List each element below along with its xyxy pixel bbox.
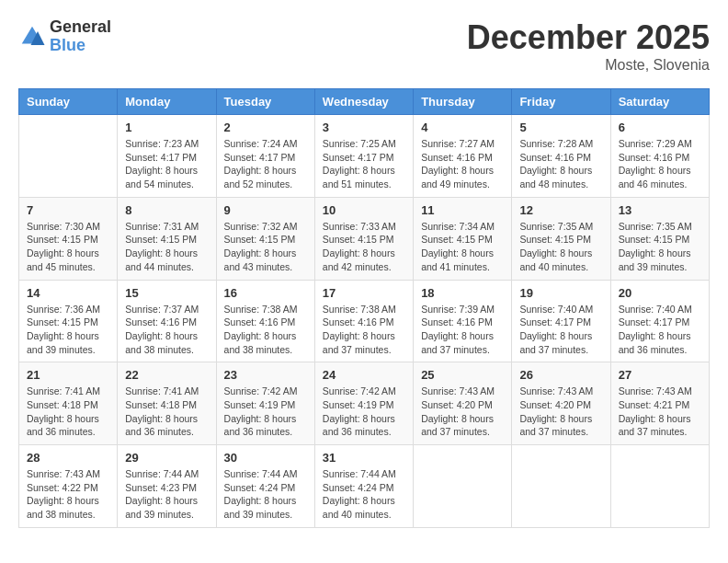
day-info: Sunrise: 7:35 AM Sunset: 4:15 PM Dayligh… bbox=[619, 220, 701, 274]
day-info: Sunrise: 7:32 AM Sunset: 4:15 PM Dayligh… bbox=[224, 220, 307, 274]
day-info: Sunrise: 7:44 AM Sunset: 4:24 PM Dayligh… bbox=[323, 467, 405, 522]
day-number: 21 bbox=[27, 368, 109, 382]
calendar-cell: 18Sunrise: 7:39 AM Sunset: 4:16 PM Dayli… bbox=[414, 280, 512, 362]
day-info: Sunrise: 7:41 AM Sunset: 4:18 PM Dayligh… bbox=[125, 385, 208, 439]
calendar-cell: 20Sunrise: 7:40 AM Sunset: 4:17 PM Dayli… bbox=[610, 280, 709, 362]
calendar-cell: 1Sunrise: 7:23 AM Sunset: 4:17 PM Daylig… bbox=[118, 115, 216, 198]
day-number: 24 bbox=[323, 368, 405, 382]
day-number: 20 bbox=[619, 286, 701, 300]
calendar-day-header: Friday bbox=[512, 89, 610, 115]
day-info: Sunrise: 7:36 AM Sunset: 4:15 PM Dayligh… bbox=[27, 303, 109, 357]
day-info: Sunrise: 7:33 AM Sunset: 4:15 PM Dayligh… bbox=[323, 220, 405, 274]
calendar-header: SundayMondayTuesdayWednesdayThursdayFrid… bbox=[19, 89, 710, 115]
day-number: 25 bbox=[421, 368, 504, 382]
calendar-cell: 10Sunrise: 7:33 AM Sunset: 4:15 PM Dayli… bbox=[314, 197, 413, 280]
calendar-week-row: 28Sunrise: 7:43 AM Sunset: 4:22 PM Dayli… bbox=[19, 445, 710, 528]
day-number: 3 bbox=[323, 121, 405, 134]
day-number: 30 bbox=[224, 451, 307, 465]
day-number: 28 bbox=[27, 451, 109, 465]
day-number: 5 bbox=[519, 121, 602, 134]
day-info: Sunrise: 7:38 AM Sunset: 4:16 PM Dayligh… bbox=[224, 303, 307, 357]
day-info: Sunrise: 7:31 AM Sunset: 4:15 PM Dayligh… bbox=[125, 220, 208, 274]
calendar-cell: 8Sunrise: 7:31 AM Sunset: 4:15 PM Daylig… bbox=[118, 197, 216, 280]
day-number: 19 bbox=[519, 286, 602, 300]
calendar-day-header: Monday bbox=[118, 89, 216, 115]
day-info: Sunrise: 7:42 AM Sunset: 4:19 PM Dayligh… bbox=[323, 385, 405, 439]
day-number: 7 bbox=[27, 203, 109, 217]
calendar-day-header: Sunday bbox=[19, 89, 118, 115]
day-number: 22 bbox=[125, 368, 208, 382]
day-number: 16 bbox=[224, 286, 307, 300]
day-info: Sunrise: 7:40 AM Sunset: 4:17 PM Dayligh… bbox=[619, 303, 701, 357]
logo-icon bbox=[18, 23, 46, 51]
calendar-cell: 11Sunrise: 7:34 AM Sunset: 4:15 PM Dayli… bbox=[414, 197, 512, 280]
day-info: Sunrise: 7:41 AM Sunset: 4:18 PM Dayligh… bbox=[27, 385, 109, 439]
calendar-cell bbox=[512, 445, 610, 528]
day-number: 29 bbox=[125, 451, 208, 465]
calendar-cell: 31Sunrise: 7:44 AM Sunset: 4:24 PM Dayli… bbox=[314, 445, 413, 528]
calendar-cell: 30Sunrise: 7:44 AM Sunset: 4:24 PM Dayli… bbox=[216, 445, 314, 528]
day-number: 13 bbox=[619, 203, 701, 217]
day-number: 1 bbox=[125, 121, 208, 134]
day-info: Sunrise: 7:29 AM Sunset: 4:16 PM Dayligh… bbox=[619, 137, 701, 191]
day-number: 15 bbox=[125, 286, 208, 300]
calendar-cell: 17Sunrise: 7:38 AM Sunset: 4:16 PM Dayli… bbox=[314, 280, 413, 362]
day-info: Sunrise: 7:44 AM Sunset: 4:24 PM Dayligh… bbox=[224, 467, 307, 522]
calendar-week-row: 21Sunrise: 7:41 AM Sunset: 4:18 PM Dayli… bbox=[19, 362, 710, 445]
day-info: Sunrise: 7:30 AM Sunset: 4:15 PM Dayligh… bbox=[27, 220, 109, 274]
day-info: Sunrise: 7:25 AM Sunset: 4:17 PM Dayligh… bbox=[323, 137, 405, 191]
day-info: Sunrise: 7:27 AM Sunset: 4:16 PM Dayligh… bbox=[421, 137, 504, 191]
day-number: 31 bbox=[323, 451, 405, 465]
day-number: 12 bbox=[519, 203, 602, 217]
day-info: Sunrise: 7:37 AM Sunset: 4:16 PM Dayligh… bbox=[125, 303, 208, 357]
day-info: Sunrise: 7:40 AM Sunset: 4:17 PM Dayligh… bbox=[519, 303, 602, 357]
calendar-day-header: Saturday bbox=[610, 89, 709, 115]
day-number: 23 bbox=[224, 368, 307, 382]
day-info: Sunrise: 7:24 AM Sunset: 4:17 PM Dayligh… bbox=[224, 137, 307, 191]
calendar-week-row: 1Sunrise: 7:23 AM Sunset: 4:17 PM Daylig… bbox=[19, 115, 710, 198]
day-number: 14 bbox=[27, 286, 109, 300]
calendar-cell: 2Sunrise: 7:24 AM Sunset: 4:17 PM Daylig… bbox=[216, 115, 314, 198]
day-number: 4 bbox=[421, 121, 504, 134]
day-info: Sunrise: 7:23 AM Sunset: 4:17 PM Dayligh… bbox=[125, 137, 208, 191]
day-number: 26 bbox=[519, 368, 602, 382]
calendar-cell: 13Sunrise: 7:35 AM Sunset: 4:15 PM Dayli… bbox=[610, 197, 709, 280]
calendar-cell: 3Sunrise: 7:25 AM Sunset: 4:17 PM Daylig… bbox=[314, 115, 413, 198]
day-number: 8 bbox=[125, 203, 208, 217]
day-info: Sunrise: 7:28 AM Sunset: 4:16 PM Dayligh… bbox=[519, 137, 602, 191]
logo: General Blue bbox=[18, 18, 111, 55]
calendar-cell: 14Sunrise: 7:36 AM Sunset: 4:15 PM Dayli… bbox=[19, 280, 118, 362]
calendar-cell: 6Sunrise: 7:29 AM Sunset: 4:16 PM Daylig… bbox=[610, 115, 709, 198]
calendar-cell: 4Sunrise: 7:27 AM Sunset: 4:16 PM Daylig… bbox=[414, 115, 512, 198]
day-info: Sunrise: 7:43 AM Sunset: 4:21 PM Dayligh… bbox=[619, 385, 701, 439]
calendar-cell bbox=[414, 445, 512, 528]
calendar-cell: 5Sunrise: 7:28 AM Sunset: 4:16 PM Daylig… bbox=[512, 115, 610, 198]
day-number: 10 bbox=[323, 203, 405, 217]
calendar-cell: 16Sunrise: 7:38 AM Sunset: 4:16 PM Dayli… bbox=[216, 280, 314, 362]
calendar-cell: 15Sunrise: 7:37 AM Sunset: 4:16 PM Dayli… bbox=[118, 280, 216, 362]
day-number: 2 bbox=[224, 121, 307, 134]
calendar-cell: 12Sunrise: 7:35 AM Sunset: 4:15 PM Dayli… bbox=[512, 197, 610, 280]
day-number: 27 bbox=[619, 368, 701, 382]
calendar-cell: 9Sunrise: 7:32 AM Sunset: 4:15 PM Daylig… bbox=[216, 197, 314, 280]
day-info: Sunrise: 7:39 AM Sunset: 4:16 PM Dayligh… bbox=[421, 303, 504, 357]
day-info: Sunrise: 7:34 AM Sunset: 4:15 PM Dayligh… bbox=[421, 220, 504, 274]
calendar-day-header: Wednesday bbox=[314, 89, 413, 115]
day-info: Sunrise: 7:43 AM Sunset: 4:20 PM Dayligh… bbox=[421, 385, 504, 439]
logo-blue: Blue bbox=[50, 37, 111, 55]
logo-general: General bbox=[50, 18, 111, 37]
month-title: December 2025 bbox=[467, 18, 710, 57]
logo-text: General Blue bbox=[50, 18, 111, 55]
calendar-day-header: Tuesday bbox=[216, 89, 314, 115]
location: Moste, Slovenia bbox=[467, 57, 710, 74]
day-info: Sunrise: 7:42 AM Sunset: 4:19 PM Dayligh… bbox=[224, 385, 307, 439]
day-info: Sunrise: 7:43 AM Sunset: 4:22 PM Dayligh… bbox=[27, 467, 109, 522]
page-header: General Blue December 2025 Moste, Sloven… bbox=[18, 18, 710, 74]
calendar-cell: 23Sunrise: 7:42 AM Sunset: 4:19 PM Dayli… bbox=[216, 362, 314, 445]
calendar-cell: 7Sunrise: 7:30 AM Sunset: 4:15 PM Daylig… bbox=[19, 197, 118, 280]
calendar-cell: 19Sunrise: 7:40 AM Sunset: 4:17 PM Dayli… bbox=[512, 280, 610, 362]
title-block: December 2025 Moste, Slovenia bbox=[467, 18, 710, 74]
day-info: Sunrise: 7:35 AM Sunset: 4:15 PM Dayligh… bbox=[519, 220, 602, 274]
calendar-day-header: Thursday bbox=[414, 89, 512, 115]
calendar-week-row: 14Sunrise: 7:36 AM Sunset: 4:15 PM Dayli… bbox=[19, 280, 710, 362]
